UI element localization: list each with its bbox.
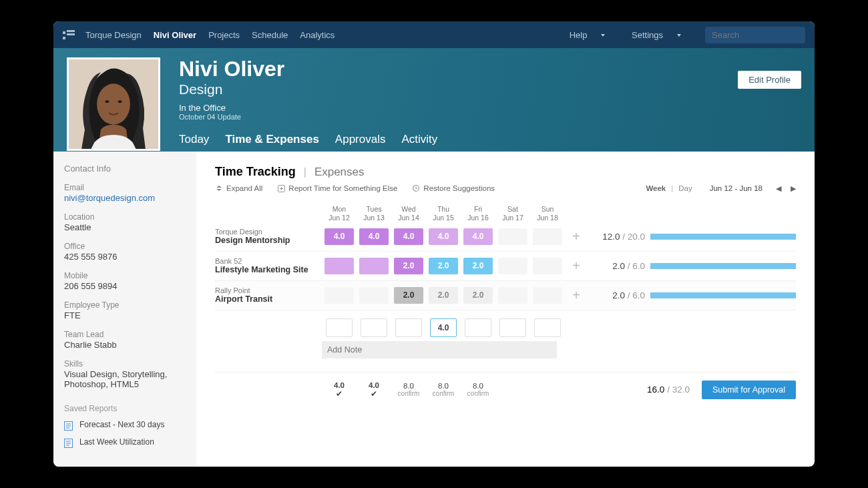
svg-point-6 (97, 84, 130, 125)
plus-square-icon (277, 184, 285, 192)
add-time-button[interactable]: + (572, 229, 580, 244)
time-cell[interactable]: 2.0 (429, 287, 458, 304)
time-row: Torque DesignDesign Mentorship4.04.04.04… (215, 222, 796, 252)
time-cell[interactable]: 2.0 (394, 258, 423, 274)
day-total[interactable]: 8.0confirm (426, 382, 461, 397)
breadcrumb-item[interactable]: Analytics (300, 30, 335, 40)
settings-menu[interactable]: Settings (632, 30, 693, 40)
sidebar-reports-heading: Saved Reports (64, 404, 186, 413)
time-cell[interactable] (533, 287, 562, 304)
report-time-button[interactable]: Report Time for Something Else (277, 184, 397, 192)
sidebar-field-label: Skills (64, 359, 186, 369)
time-cell[interactable]: 4.0 (394, 228, 423, 245)
svg-rect-0 (63, 31, 65, 34)
day-total: 4.0✔ (357, 381, 391, 399)
time-cell[interactable] (498, 258, 527, 274)
time-cell[interactable] (533, 228, 562, 245)
profile-tab[interactable]: Time & Expenses (225, 133, 318, 152)
sidebar-field-label: Email (64, 183, 186, 192)
saved-report-item[interactable]: Forecast - Next 30 days (64, 420, 186, 431)
time-cell[interactable]: 2.0 (429, 258, 458, 274)
tab-expenses[interactable]: Expenses (314, 166, 365, 179)
saved-report-label: Last Week Utilization (79, 437, 154, 447)
expand-all-button[interactable]: Expand All (215, 184, 262, 192)
help-menu[interactable]: Help (570, 30, 618, 40)
expand-icon (215, 184, 223, 192)
submit-approval-button[interactable]: Submit for Approval (702, 381, 796, 399)
hours-input[interactable] (465, 318, 491, 337)
top-nav: Torque DesignNivi OliverProjectsSchedule… (53, 21, 815, 48)
time-cell[interactable] (359, 258, 389, 274)
prev-week-button[interactable]: ◀ (776, 184, 781, 193)
time-cell[interactable]: 2.0 (463, 258, 493, 274)
day-total[interactable]: 8.0confirm (391, 382, 426, 397)
sidebar-field-value: 425 555 9876 (64, 252, 186, 262)
search-input[interactable] (705, 27, 805, 43)
hours-input[interactable] (430, 318, 457, 337)
sidebar-contact-heading: Contact Info (64, 164, 186, 174)
client-name: Bank 52 (215, 257, 322, 265)
time-cell[interactable]: 2.0 (463, 287, 493, 304)
project-name: Airport Transit (215, 294, 322, 304)
time-cell[interactable] (324, 287, 354, 304)
time-cell[interactable] (498, 287, 527, 304)
profile-tab[interactable]: Today (179, 133, 209, 152)
time-cell[interactable]: 4.0 (429, 228, 458, 245)
time-cell[interactable]: 2.0 (394, 287, 423, 304)
breadcrumb-item[interactable]: Torque Design (85, 30, 142, 40)
day-header: ThuJun 15 (426, 205, 461, 222)
project-name: Lifestyle Marketing Site (215, 265, 322, 274)
time-cell[interactable]: 4.0 (463, 228, 493, 245)
saved-report-item[interactable]: Last Week Utilization (64, 437, 186, 448)
day-total: 4.0✔ (322, 381, 357, 399)
sidebar-field-label: Mobile (64, 271, 186, 280)
day-header: SatJun 17 (495, 205, 530, 222)
add-time-button[interactable]: + (572, 258, 580, 273)
caret-down-icon (677, 34, 681, 37)
hours-input[interactable] (326, 318, 353, 337)
grid-footer: 4.0✔4.0✔8.0confirm8.0confirm8.0confirm16… (215, 372, 796, 399)
sidebar-field-value: Charlie Stabb (64, 340, 186, 350)
sidebar-field-value[interactable]: nivi@torquedesign.com (64, 193, 186, 203)
input-row (215, 318, 796, 337)
breadcrumb-item[interactable]: Projects (208, 30, 240, 40)
app-window: Torque DesignNivi OliverProjectsSchedule… (53, 21, 815, 466)
time-cell[interactable] (533, 258, 562, 274)
report-icon (64, 421, 73, 431)
report-icon (64, 439, 73, 448)
restore-suggestions-button[interactable]: Restore Suggestions (412, 184, 495, 192)
row-total: 2.0 / 6.0 (612, 261, 645, 271)
day-header: WedJun 14 (391, 205, 426, 222)
content-tabs: Time Tracking | Expenses (215, 165, 796, 179)
profile-tab[interactable]: Activity (401, 133, 437, 152)
hours-input[interactable] (395, 318, 422, 337)
sidebar: Contact Info Emailnivi@torquedesign.comL… (53, 152, 196, 467)
next-week-button[interactable]: ▶ (791, 184, 796, 193)
time-cell[interactable]: 4.0 (324, 228, 354, 245)
sidebar-field-value: Visual Design, Storytelling, Photoshop, … (64, 369, 186, 389)
time-row: Rally PointAirport Transit2.02.02.0+2.0 … (215, 281, 796, 310)
breadcrumb-item[interactable]: Nivi Oliver (154, 30, 196, 40)
app-logo-icon[interactable] (63, 30, 75, 39)
sidebar-field-value: Seattle (64, 222, 186, 232)
avatar (67, 57, 160, 151)
time-cell[interactable] (498, 228, 527, 245)
hours-input[interactable] (534, 318, 561, 337)
hours-input[interactable] (499, 318, 526, 337)
breadcrumb-item[interactable]: Schedule (252, 30, 288, 40)
time-cell[interactable] (324, 258, 354, 274)
tab-time-tracking[interactable]: Time Tracking (215, 165, 296, 179)
day-total[interactable]: 8.0confirm (461, 382, 495, 397)
hours-input[interactable] (361, 318, 387, 337)
time-cell[interactable] (359, 287, 389, 304)
profile-hero: Edit Profile Nivi Oliver Design In the O… (53, 48, 815, 151)
week-day-toggle[interactable]: Week|Day (646, 184, 692, 192)
restore-icon (412, 184, 420, 192)
add-time-button[interactable]: + (572, 288, 580, 302)
time-grid: MonJun 12TuesJun 13WedJun 14ThuJun 15Fri… (215, 205, 796, 399)
profile-tab[interactable]: Approvals (335, 133, 386, 152)
note-input[interactable] (322, 341, 557, 358)
day-header: TuesJun 13 (357, 205, 391, 222)
main: Contact Info Emailnivi@torquedesign.comL… (53, 152, 815, 467)
time-cell[interactable]: 4.0 (359, 228, 389, 245)
